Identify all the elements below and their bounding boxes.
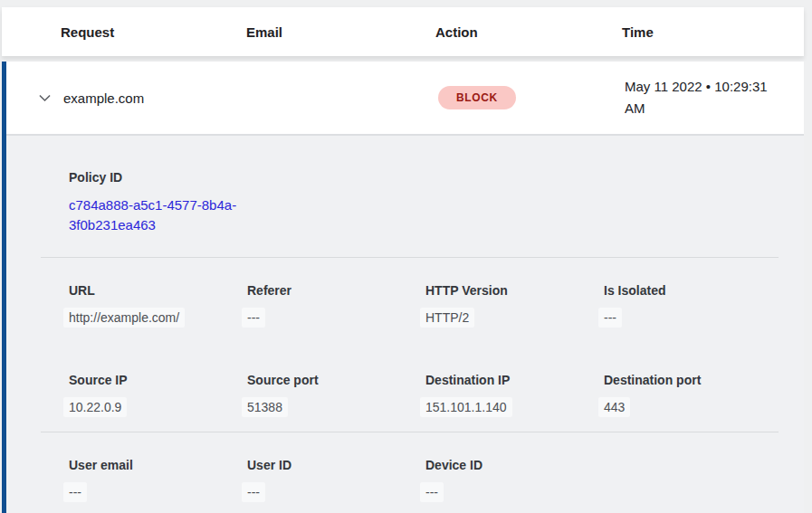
request-time: May 11 2022 • 10:29:31 AM [625, 76, 793, 119]
field-label: Destination IP [425, 373, 604, 387]
field-value: --- [242, 482, 265, 502]
field-device-id: Device ID --- [425, 458, 604, 502]
field-value: 51388 [242, 397, 288, 417]
field-value: --- [420, 482, 444, 502]
section-divider [41, 432, 779, 432]
policy-id-link[interactable]: c784a888-a5c1-4577-8b4a-3f0b231ea463 [69, 195, 254, 235]
field-is-isolated: Is Isolated --- [604, 283, 782, 328]
field-source-ip: Source IP 10.22.0.9 [69, 373, 247, 417]
field-label: URL [69, 283, 247, 298]
column-header-action: Action [435, 24, 622, 40]
field-label: Source IP [69, 373, 247, 387]
field-label: Destination port [604, 373, 782, 387]
field-label: User email [69, 458, 247, 472]
field-user-email: User email --- [69, 458, 247, 502]
field-label: User ID [247, 458, 425, 472]
request-domain: example.com [63, 90, 249, 106]
details-grid-user: User email --- User ID --- Device ID --- [69, 458, 804, 502]
field-value: HTTP/2 [420, 308, 474, 328]
field-http-version: HTTP Version HTTP/2 [425, 283, 604, 328]
field-label: Is Isolated [604, 283, 782, 298]
field-destination-port: Destination port 443 [604, 373, 782, 417]
field-referer: Referer --- [247, 283, 425, 328]
field-value: http://example.com/ [63, 308, 185, 328]
row-expand-cell[interactable] [6, 90, 63, 106]
expanded-row-container: example.com BLOCK May 11 2022 • 10:29:31… [2, 62, 804, 513]
field-source-port: Source port 51388 [247, 373, 425, 417]
field-value: --- [598, 308, 622, 328]
field-label: Referer [247, 283, 425, 298]
field-label: Source port [247, 373, 425, 387]
field-label: Policy ID [69, 170, 804, 185]
request-log-table: Request Email Action Time example.com BL… [2, 7, 804, 513]
table-header: Request Email Action Time [2, 7, 804, 56]
chevron-down-icon[interactable] [37, 90, 53, 106]
field-value: --- [242, 308, 265, 328]
field-policy-id: Policy ID c784a888-a5c1-4577-8b4a-3f0b23… [69, 170, 804, 235]
column-header-request: Request [61, 24, 246, 40]
action-cell: BLOCK [438, 86, 625, 109]
field-value: --- [63, 482, 87, 502]
table-row[interactable]: example.com BLOCK May 11 2022 • 10:29:31… [6, 62, 804, 134]
field-label: Device ID [425, 458, 604, 472]
block-status-badge: BLOCK [438, 86, 516, 109]
field-value: 151.101.1.140 [420, 397, 512, 417]
field-user-id: User ID --- [247, 458, 425, 502]
column-header-time: Time [622, 24, 804, 40]
field-label: HTTP Version [425, 283, 604, 298]
field-value: 10.22.0.9 [63, 397, 127, 417]
column-header-email: Email [246, 24, 435, 40]
request-details-panel: Policy ID c784a888-a5c1-4577-8b4a-3f0b23… [6, 136, 804, 513]
field-url: URL http://example.com/ [69, 283, 247, 328]
field-destination-ip: Destination IP 151.101.1.140 [425, 373, 604, 417]
details-grid-request-network: URL http://example.com/ Referer --- HTTP… [69, 283, 804, 417]
gateway-logs-page: Request Email Action Time example.com BL… [0, 0, 812, 513]
section-divider [41, 257, 779, 258]
field-value: 443 [598, 397, 630, 417]
